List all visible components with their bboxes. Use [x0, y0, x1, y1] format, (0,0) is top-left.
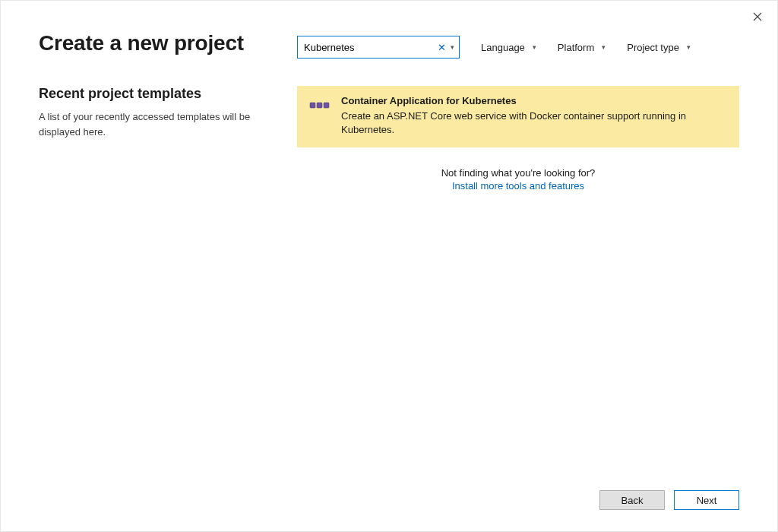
chevron-down-icon: ▾ — [533, 43, 536, 51]
template-title: Container Application for Kubernetes — [341, 95, 727, 106]
recent-templates-description: A list of your recently accessed templat… — [39, 109, 267, 139]
chevron-down-icon: ▾ — [687, 43, 691, 51]
projecttype-filter-label: Project type — [627, 42, 679, 53]
language-filter[interactable]: Language ▾ — [481, 42, 536, 53]
svg-rect-1 — [317, 103, 322, 108]
next-button[interactable]: Next — [674, 490, 739, 510]
language-filter-label: Language — [481, 42, 525, 53]
not-finding-prompt: Not finding what you're looking for? — [435, 167, 601, 179]
kubernetes-icon — [309, 97, 330, 113]
template-description: Create an ASP.NET Core web service with … — [341, 109, 727, 137]
search-dropdown-icon[interactable]: ▾ — [449, 43, 454, 51]
platform-filter[interactable]: Platform ▾ — [558, 42, 606, 53]
svg-rect-0 — [310, 103, 315, 108]
page-title: Create a new project — [39, 31, 267, 55]
toolbar: ✕ ▾ Language ▾ Platform ▾ Project type ▾ — [297, 36, 739, 59]
search-input[interactable] — [304, 42, 435, 53]
back-button[interactable]: Back — [599, 490, 665, 510]
search-box[interactable]: ✕ ▾ — [297, 36, 460, 59]
install-more-link[interactable]: Install more tools and features — [435, 180, 601, 192]
svg-rect-2 — [324, 103, 329, 108]
platform-filter-label: Platform — [558, 42, 594, 53]
projecttype-filter[interactable]: Project type ▾ — [627, 42, 691, 53]
close-icon[interactable] — [750, 8, 765, 26]
not-finding-box: Not finding what you're looking for? Ins… — [435, 166, 601, 193]
recent-templates-heading: Recent project templates — [39, 86, 267, 102]
chevron-down-icon: ▾ — [602, 43, 606, 51]
template-item-kubernetes[interactable]: Container Application for Kubernetes Cre… — [297, 86, 739, 147]
clear-search-icon[interactable]: ✕ — [435, 42, 449, 53]
